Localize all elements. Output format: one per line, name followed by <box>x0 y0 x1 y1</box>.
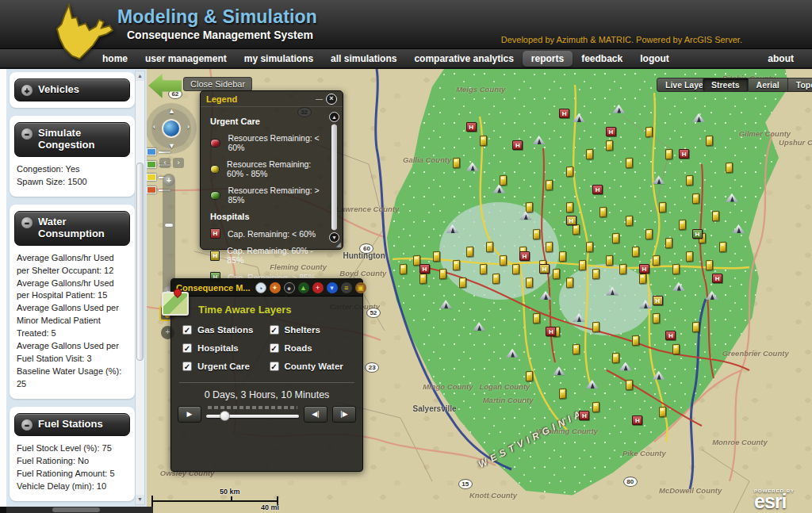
sidebar-hscrollbar[interactable] <box>6 507 153 513</box>
map-layers-icon[interactable] <box>162 292 189 316</box>
pan-right-icon[interactable]: › <box>187 123 190 131</box>
zoom-slider-handle[interactable] <box>164 223 174 228</box>
gas-station-marker[interactable] <box>706 136 713 147</box>
legend-scroll-up-icon[interactable]: ▲ <box>329 112 339 122</box>
collapse-icon[interactable]: − <box>21 217 33 228</box>
gas-station-marker[interactable] <box>500 175 507 186</box>
time-slider[interactable] <box>206 405 299 423</box>
pan-control[interactable]: ▲ ▼ ‹ › <box>151 109 191 148</box>
layer-checkbox-roads[interactable]: ✓Roads <box>270 343 357 353</box>
legend-minimize-icon[interactable]: — <box>312 95 326 103</box>
scroll-down-icon[interactable]: ▼ <box>136 495 144 504</box>
hospital-marker[interactable]: H <box>592 185 603 194</box>
gas-station-marker[interactable] <box>659 202 666 213</box>
gas-station-marker[interactable] <box>659 406 666 417</box>
gas-station-marker[interactable] <box>586 148 593 159</box>
prev-extent-button[interactable]: ‹ <box>159 158 170 168</box>
gas-station-marker[interactable] <box>606 255 613 266</box>
hospital-marker[interactable]: H <box>679 149 689 159</box>
step-back-button[interactable]: ◀| <box>304 406 327 423</box>
gas-station-marker[interactable] <box>566 167 573 178</box>
basemap-button-streets[interactable]: Streets <box>703 78 749 92</box>
gas-station-marker[interactable] <box>726 162 733 173</box>
gas-station-marker[interactable] <box>712 211 719 222</box>
gas-station-marker[interactable] <box>573 224 580 235</box>
gas-station-marker[interactable] <box>619 264 626 275</box>
gas-station-marker[interactable] <box>500 255 507 266</box>
gas-station-marker[interactable] <box>612 233 619 244</box>
gas-station-marker[interactable] <box>526 202 533 213</box>
gas-station-marker[interactable] <box>639 273 646 284</box>
checkbox[interactable]: ✓ <box>182 343 192 353</box>
gas-station-marker[interactable] <box>665 148 672 159</box>
gas-station-marker[interactable] <box>439 269 446 280</box>
fire-icon[interactable]: ✦ <box>270 282 281 293</box>
layer-checkbox-urgent-care[interactable]: ✓Urgent Care <box>182 362 270 371</box>
gas-station-marker[interactable] <box>679 220 686 231</box>
gas-station-marker[interactable] <box>686 251 693 262</box>
gas-station-marker[interactable] <box>512 264 519 275</box>
hospital-marker[interactable]: H <box>606 127 616 136</box>
nav-item-about[interactable]: about <box>759 51 802 67</box>
panel-menu-icon[interactable]: ⋯ <box>370 282 378 293</box>
hospital-marker[interactable]: H <box>632 415 642 425</box>
legend-icon[interactable]: ≡ <box>341 282 352 293</box>
gas-station-marker[interactable] <box>533 313 540 324</box>
legend-titlebar[interactable]: Legend — × <box>201 91 343 107</box>
checkbox[interactable]: ✓ <box>270 343 279 353</box>
gas-station-marker[interactable] <box>480 136 487 147</box>
gas-station-marker[interactable] <box>566 278 573 289</box>
layer-checkbox-county-water[interactable]: ✓County Water <box>270 362 357 371</box>
step-forward-button[interactable]: |▶ <box>332 406 356 423</box>
time-panel-titlebar[interactable]: Consequence M... ◔✦●▲+▾≡▣ ⋯ <box>171 279 362 297</box>
hospital-marker[interactable]: H <box>419 264 430 274</box>
gas-station-marker[interactable] <box>645 126 653 137</box>
gas-station-marker[interactable] <box>606 140 613 151</box>
gas-station-marker[interactable] <box>692 193 699 204</box>
hospital-marker[interactable]: H <box>712 274 722 283</box>
expand-icon[interactable]: + <box>21 85 33 96</box>
collapse-icon[interactable]: − <box>21 419 33 431</box>
nav-item-comparative-analytics[interactable]: comparative analytics <box>405 51 522 67</box>
gas-station-marker[interactable] <box>586 242 593 253</box>
layer-checkbox-hospitals[interactable]: ✓Hospitals <box>182 343 270 353</box>
legend-scrollbar[interactable]: ▲ ▼ <box>329 112 339 243</box>
hospital-marker[interactable]: H <box>579 411 589 420</box>
checkbox[interactable]: ✓ <box>182 325 192 335</box>
layer-checkbox-shelters[interactable]: ✓Shelters <box>270 325 357 335</box>
pan-left-icon[interactable]: ‹ <box>153 123 155 131</box>
nav-item-user-management[interactable]: user management <box>136 51 236 67</box>
gas-station-marker[interactable] <box>546 180 553 191</box>
gas-station-marker[interactable] <box>466 247 473 258</box>
sidebar-scrollbar[interactable]: ▲ ▼ <box>135 71 145 505</box>
gas-station-marker[interactable] <box>626 158 633 169</box>
hospital-marker[interactable]: H <box>692 229 703 239</box>
nav-item-feedback[interactable]: feedback <box>573 51 631 67</box>
bomb-icon[interactable]: ● <box>284 282 295 293</box>
hospital-marker[interactable]: H <box>639 264 649 274</box>
play-button[interactable]: ▶ <box>178 406 201 423</box>
globe-icon[interactable] <box>162 119 181 138</box>
legend-close-icon[interactable]: × <box>326 94 337 105</box>
panel-header-simulate-congestion[interactable]: −Simulate Congestion <box>14 122 130 157</box>
checkbox[interactable]: ✓ <box>182 362 192 371</box>
gas-station-marker[interactable] <box>632 335 639 346</box>
panel-header-vehicles[interactable]: +Vehicles <box>14 78 130 101</box>
gas-station-marker[interactable] <box>692 322 699 333</box>
legend-resize-handle[interactable]: ◢ <box>336 241 341 248</box>
gas-station-marker[interactable] <box>719 242 726 253</box>
map-canvas[interactable]: Meigs CountyGallia CountyLawrence County… <box>147 69 812 513</box>
scroll-up-icon[interactable]: ▲ <box>136 71 144 81</box>
gas-station-marker[interactable] <box>459 278 466 289</box>
basemap-button-topo[interactable]: Topo <box>788 78 812 92</box>
gas-station-marker[interactable] <box>526 278 533 289</box>
gas-station-marker[interactable] <box>653 313 660 324</box>
gas-station-marker[interactable] <box>419 273 427 284</box>
gas-station-marker[interactable] <box>480 264 487 275</box>
basemap-button-aerial[interactable]: Aerial <box>749 78 788 92</box>
warchest-icon[interactable]: ▣ <box>355 282 366 293</box>
hospital-marker[interactable]: H <box>566 216 576 225</box>
clock-icon[interactable]: ◔ <box>255 282 266 293</box>
gas-station-marker[interactable] <box>533 228 540 239</box>
gas-station-marker[interactable] <box>599 206 607 217</box>
